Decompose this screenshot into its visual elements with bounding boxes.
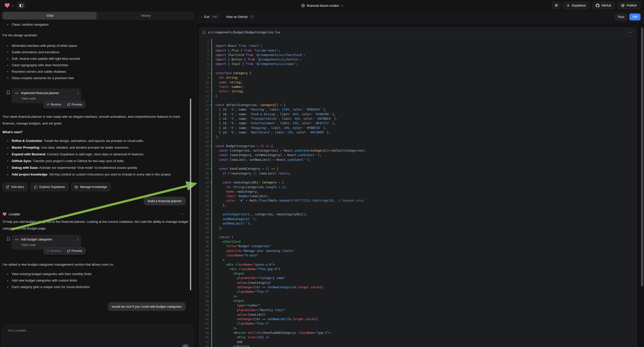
- user-message-bubble: would be cool if you could add budget ca…: [108, 302, 186, 311]
- code-line: 9 id: string;: [202, 76, 636, 80]
- project-menu-chevron-icon[interactable]: [341, 4, 343, 6]
- code-line: 24∨const BudgetCategories = () => {: [202, 144, 636, 148]
- bookmark-icon[interactable]: [7, 90, 10, 94]
- code-line: 43: [202, 230, 636, 235]
- lovable-heart-icon: [2, 212, 7, 216]
- esc-keycap: ESC: [211, 15, 219, 19]
- code-line: 10 name: string;: [202, 80, 636, 85]
- list-item: GitHub Sync: Transfer your project's cod…: [2, 158, 189, 164]
- restore-button[interactable]: ↺ Restore: [44, 249, 64, 253]
- chat-scrollbar[interactable]: [190, 98, 191, 290]
- lovable-logo-icon[interactable]: [4, 3, 10, 8]
- added-file-icon: [202, 30, 205, 34]
- restore-icon: ↺: [46, 103, 49, 106]
- code-line: 3import { Plus } from 'lucide-react';: [202, 48, 636, 53]
- view-on-github-button[interactable]: View on GitHub G: [226, 15, 254, 19]
- code-line: 54 value={newCategory}: [202, 280, 636, 285]
- code-line: 67 Add: [202, 340, 636, 344]
- code-line: 34 name: newCategory,: [202, 190, 636, 194]
- code-line: 38: [202, 208, 636, 212]
- code-line: 41 setNewLimit('');: [202, 221, 636, 226]
- github-icon: [596, 4, 600, 8]
- code-line: 57 />: [202, 294, 636, 299]
- exit-button[interactable]: ‹ Exit ESC: [201, 15, 219, 19]
- bookmark-icon[interactable]: [7, 237, 10, 241]
- edit-card-implement-financial-planner[interactable]: <> Implement financial planner View code…: [12, 88, 81, 103]
- code-line: 44 return (: [202, 235, 636, 240]
- chevron-right-icon: [76, 92, 79, 94]
- code-line: 7: [202, 66, 636, 71]
- assistant-message: I've added a new budget categories manag…: [2, 261, 189, 268]
- code-brackets-icon: <>: [15, 238, 19, 241]
- list-item: Rounded corners and subtle shadows: [2, 68, 189, 75]
- explore-supabase-button[interactable]: Explore Supabase: [30, 183, 68, 191]
- list-item: Each category gets a unique color for vi…: [2, 284, 189, 290]
- restore-button[interactable]: ↺ Restore: [44, 103, 64, 106]
- code-view-panel: ‹ Exit ESC View on GitHub G Raw Diff src…: [196, 11, 644, 347]
- list-item: Add new budget categories with custom li…: [2, 277, 189, 284]
- list-item: Expand with Backend: Connect Supabase to…: [2, 151, 189, 158]
- tab-history[interactable]: History: [98, 12, 194, 20]
- toggle-sidebar-button[interactable]: [17, 2, 25, 9]
- code-line: 16 { id: '1', name: 'Housing', limit: 15…: [202, 107, 636, 112]
- list-item: Subtle animations and transitions: [2, 49, 189, 56]
- manage-knowledge-button[interactable]: Manage knowledge: [71, 183, 110, 191]
- code-line: 20 { id: '5', name: 'Shopping', limit: 2…: [202, 126, 636, 130]
- code-editor[interactable]: 12import React from 'react';3import { Pl…: [200, 37, 636, 347]
- send-button[interactable]: ↑: [182, 344, 189, 347]
- code-line: 42 };: [202, 226, 636, 230]
- diff-toggle-button[interactable]: Diff: [629, 14, 640, 20]
- code-line: 26 const [newCategory, setNewCategory] =…: [202, 153, 636, 157]
- logo-menu-chevron-icon[interactable]: [12, 4, 14, 6]
- code-line: 32∨ const newCategoryObj: Category = {: [202, 180, 636, 185]
- project-name[interactable]: financial-future-creator: [307, 4, 339, 8]
- arrow-up-icon: ↑: [184, 346, 187, 347]
- message-menu-button[interactable]: ⋯: [180, 212, 184, 216]
- code-line: 27 const [newLimit, setNewLimit] = React…: [202, 158, 636, 162]
- external-link-icon: [67, 250, 70, 252]
- gear-icon: ⚙: [555, 3, 558, 8]
- code-line: 47 subtitle="Manage your spending limits…: [202, 249, 636, 253]
- code-line: 23: [202, 140, 636, 144]
- diff-added-gutter: [211, 39, 212, 347]
- code-line: 64 />: [202, 326, 636, 330]
- code-line: 14: [202, 98, 636, 103]
- file-path-bar[interactable]: src/components/budget/BudgetCategories.t…: [200, 28, 636, 37]
- code-brackets-icon: <>: [15, 92, 19, 95]
- code-line: 60 placeholder="Monthly limit": [202, 308, 636, 312]
- preview-button[interactable]: Preview: [64, 249, 85, 253]
- github-button[interactable]: GitHub: [592, 2, 615, 9]
- code-line: 48 className="h-auto": [202, 253, 636, 258]
- topbar: financial-future-creator ⚙ Supabase GitH…: [0, 0, 644, 11]
- code-scrollbar[interactable]: [641, 28, 643, 286]
- chat-bubble-icon: [34, 186, 37, 189]
- restore-preview-pill: ↺ Restore Preview: [43, 101, 86, 108]
- list-item: View existing budget categories with the…: [2, 271, 189, 277]
- chat-panel: Chat History Clean, intuitive navigation…: [0, 11, 196, 347]
- code-line: 52 <Input: [202, 271, 636, 276]
- code-line: 2import React from 'react';: [202, 44, 636, 48]
- publish-button[interactable]: Publish: [617, 2, 640, 9]
- visit-docs-button[interactable]: Visit docs: [2, 183, 28, 191]
- code-line: 5import { Button } from '@/components/ui…: [202, 57, 636, 62]
- code-line: 21 { id: '6', name: 'Healthcare', limit:…: [202, 130, 636, 135]
- code-line: 45 <ChartCard: [202, 240, 636, 244]
- raw-toggle-button[interactable]: Raw: [615, 14, 627, 20]
- code-line: 56 className="flex-1": [202, 290, 636, 294]
- code-line: 49 >: [202, 258, 636, 262]
- g-keycap: G: [250, 15, 254, 19]
- edit-card-add-budget-categories[interactable]: <> Add budget categories View code ↺ Res…: [12, 235, 81, 250]
- package-box-icon: [75, 186, 78, 189]
- code-line: 8∨interface Category {: [202, 71, 636, 76]
- code-line: 6import { Input } from '@/components/ui/…: [202, 62, 636, 66]
- chat-message-list[interactable]: Clean, intuitive navigation For the desi…: [0, 21, 196, 324]
- preview-button[interactable]: Preview: [64, 103, 85, 106]
- collapse-file-button[interactable]: [626, 29, 634, 36]
- settings-button[interactable]: ⚙: [552, 2, 560, 9]
- assistant-message: I'll help you add budget categories to t…: [2, 218, 189, 232]
- tab-chat[interactable]: Chat: [2, 12, 98, 20]
- assistant-name: Lovable: [9, 212, 20, 216]
- supabase-button[interactable]: Supabase: [563, 2, 590, 9]
- chat-input[interactable]: [8, 328, 188, 332]
- doc-buttons-row: Visit docs Explore Supabase Manage knowl…: [2, 183, 189, 191]
